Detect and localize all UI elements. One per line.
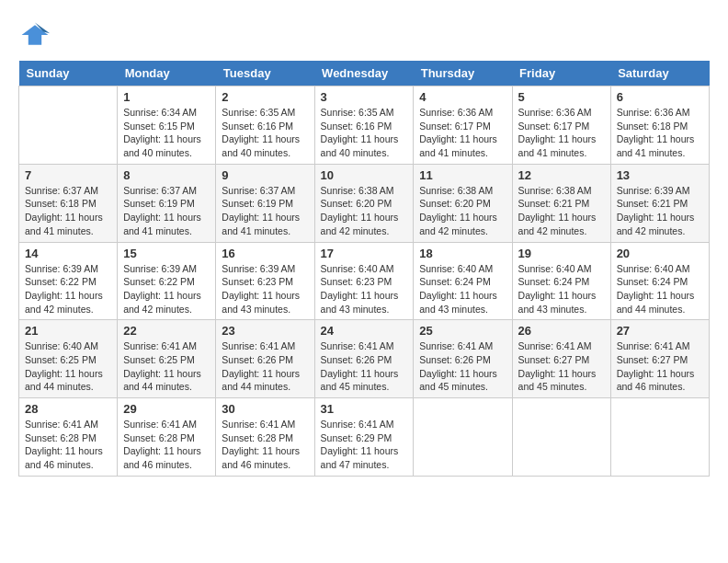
calendar-week-row: 21Sunrise: 6:40 AM Sunset: 6:25 PM Dayli… [19, 320, 710, 398]
calendar-cell: 31Sunrise: 6:41 AM Sunset: 6:29 PM Dayli… [314, 398, 414, 477]
logo [18, 18, 55, 52]
calendar-cell: 26Sunrise: 6:41 AM Sunset: 6:27 PM Dayli… [512, 320, 610, 398]
day-info: Sunrise: 6:40 AM Sunset: 6:25 PM Dayligh… [25, 339, 111, 394]
day-number: 23 [222, 324, 308, 338]
calendar-cell: 3Sunrise: 6:35 AM Sunset: 6:16 PM Daylig… [314, 86, 414, 165]
calendar-cell: 6Sunrise: 6:36 AM Sunset: 6:18 PM Daylig… [610, 86, 709, 165]
day-info: Sunrise: 6:41 AM Sunset: 6:28 PM Dayligh… [123, 418, 210, 472]
calendar-cell: 16Sunrise: 6:39 AM Sunset: 6:23 PM Dayli… [216, 242, 314, 320]
day-number: 10 [321, 168, 408, 182]
calendar-cell: 20Sunrise: 6:40 AM Sunset: 6:24 PM Dayli… [610, 242, 709, 320]
day-number: 11 [419, 168, 506, 182]
calendar-cell: 24Sunrise: 6:41 AM Sunset: 6:26 PM Dayli… [314, 320, 414, 398]
day-info: Sunrise: 6:37 AM Sunset: 6:19 PM Dayligh… [222, 184, 308, 238]
calendar-week-row: 14Sunrise: 6:39 AM Sunset: 6:22 PM Dayli… [19, 242, 710, 320]
calendar-week-row: 7Sunrise: 6:37 AM Sunset: 6:18 PM Daylig… [19, 164, 710, 242]
calendar-cell: 18Sunrise: 6:40 AM Sunset: 6:24 PM Dayli… [414, 242, 512, 320]
weekday-header: Friday [512, 61, 610, 86]
calendar-cell [19, 86, 118, 165]
day-info: Sunrise: 6:41 AM Sunset: 6:26 PM Dayligh… [321, 339, 408, 394]
calendar-cell [414, 398, 512, 477]
day-info: Sunrise: 6:39 AM Sunset: 6:21 PM Dayligh… [617, 184, 703, 238]
day-number: 28 [25, 402, 111, 416]
day-number: 15 [123, 247, 210, 260]
page-header [18, 18, 710, 52]
day-info: Sunrise: 6:40 AM Sunset: 6:24 PM Dayligh… [419, 262, 506, 316]
day-number: 4 [419, 90, 506, 104]
day-info: Sunrise: 6:38 AM Sunset: 6:21 PM Dayligh… [518, 184, 605, 238]
day-number: 20 [617, 247, 703, 260]
day-number: 26 [518, 324, 605, 338]
calendar-cell: 13Sunrise: 6:39 AM Sunset: 6:21 PM Dayli… [610, 164, 709, 242]
calendar-cell: 7Sunrise: 6:37 AM Sunset: 6:18 PM Daylig… [19, 164, 118, 242]
calendar-cell [512, 398, 610, 477]
weekday-header: Wednesday [314, 61, 414, 86]
day-info: Sunrise: 6:40 AM Sunset: 6:24 PM Dayligh… [518, 262, 605, 316]
calendar-cell: 27Sunrise: 6:41 AM Sunset: 6:27 PM Dayli… [610, 320, 709, 398]
calendar-cell: 17Sunrise: 6:40 AM Sunset: 6:23 PM Dayli… [314, 242, 414, 320]
day-number: 6 [617, 90, 703, 104]
day-info: Sunrise: 6:41 AM Sunset: 6:28 PM Dayligh… [222, 418, 308, 472]
day-number: 8 [123, 168, 210, 182]
weekday-header: Sunday [19, 61, 118, 86]
calendar-header-row: SundayMondayTuesdayWednesdayThursdayFrid… [19, 61, 710, 86]
day-info: Sunrise: 6:34 AM Sunset: 6:15 PM Dayligh… [123, 106, 210, 160]
calendar-cell: 12Sunrise: 6:38 AM Sunset: 6:21 PM Dayli… [512, 164, 610, 242]
day-number: 2 [222, 90, 308, 104]
day-number: 12 [518, 168, 605, 182]
day-info: Sunrise: 6:35 AM Sunset: 6:16 PM Dayligh… [321, 106, 408, 160]
day-info: Sunrise: 6:41 AM Sunset: 6:25 PM Dayligh… [123, 339, 210, 394]
day-number: 27 [617, 324, 703, 338]
calendar-cell: 29Sunrise: 6:41 AM Sunset: 6:28 PM Dayli… [118, 398, 216, 477]
calendar-cell: 2Sunrise: 6:35 AM Sunset: 6:16 PM Daylig… [216, 86, 314, 165]
day-info: Sunrise: 6:38 AM Sunset: 6:20 PM Dayligh… [419, 184, 506, 238]
svg-marker-0 [22, 25, 49, 45]
calendar-cell: 14Sunrise: 6:39 AM Sunset: 6:22 PM Dayli… [19, 242, 118, 320]
calendar-cell: 15Sunrise: 6:39 AM Sunset: 6:22 PM Dayli… [118, 242, 216, 320]
calendar-cell: 1Sunrise: 6:34 AM Sunset: 6:15 PM Daylig… [118, 86, 216, 165]
calendar-cell: 28Sunrise: 6:41 AM Sunset: 6:28 PM Dayli… [19, 398, 118, 477]
day-info: Sunrise: 6:41 AM Sunset: 6:29 PM Dayligh… [321, 418, 408, 472]
day-info: Sunrise: 6:39 AM Sunset: 6:22 PM Dayligh… [25, 262, 111, 316]
weekday-header: Thursday [414, 61, 512, 86]
calendar-cell [610, 398, 709, 477]
calendar-cell: 19Sunrise: 6:40 AM Sunset: 6:24 PM Dayli… [512, 242, 610, 320]
day-info: Sunrise: 6:39 AM Sunset: 6:22 PM Dayligh… [123, 262, 210, 316]
day-number: 14 [25, 247, 111, 260]
day-number: 7 [25, 168, 111, 182]
day-number: 21 [25, 324, 111, 338]
calendar-cell: 9Sunrise: 6:37 AM Sunset: 6:19 PM Daylig… [216, 164, 314, 242]
calendar-cell: 23Sunrise: 6:41 AM Sunset: 6:26 PM Dayli… [216, 320, 314, 398]
calendar-cell: 10Sunrise: 6:38 AM Sunset: 6:20 PM Dayli… [314, 164, 414, 242]
day-info: Sunrise: 6:37 AM Sunset: 6:18 PM Dayligh… [25, 184, 111, 238]
day-number: 16 [222, 247, 308, 260]
calendar-cell: 25Sunrise: 6:41 AM Sunset: 6:26 PM Dayli… [414, 320, 512, 398]
day-info: Sunrise: 6:35 AM Sunset: 6:16 PM Dayligh… [222, 106, 308, 160]
calendar-cell: 30Sunrise: 6:41 AM Sunset: 6:28 PM Dayli… [216, 398, 314, 477]
day-info: Sunrise: 6:40 AM Sunset: 6:24 PM Dayligh… [617, 262, 703, 316]
day-info: Sunrise: 6:41 AM Sunset: 6:27 PM Dayligh… [617, 339, 703, 394]
day-number: 25 [419, 324, 506, 338]
day-number: 18 [419, 247, 506, 260]
day-number: 22 [123, 324, 210, 338]
weekday-header: Tuesday [216, 61, 314, 86]
day-info: Sunrise: 6:37 AM Sunset: 6:19 PM Dayligh… [123, 184, 210, 238]
calendar-table: SundayMondayTuesdayWednesdayThursdayFrid… [18, 61, 710, 477]
day-number: 1 [123, 90, 210, 104]
day-info: Sunrise: 6:41 AM Sunset: 6:27 PM Dayligh… [518, 339, 605, 394]
day-number: 19 [518, 247, 605, 260]
calendar-cell: 21Sunrise: 6:40 AM Sunset: 6:25 PM Dayli… [19, 320, 118, 398]
day-info: Sunrise: 6:36 AM Sunset: 6:18 PM Dayligh… [617, 106, 703, 160]
day-info: Sunrise: 6:41 AM Sunset: 6:28 PM Dayligh… [25, 418, 111, 472]
day-number: 30 [222, 402, 308, 416]
day-number: 31 [321, 402, 408, 416]
day-number: 17 [321, 247, 408, 260]
day-number: 29 [123, 402, 210, 416]
day-info: Sunrise: 6:36 AM Sunset: 6:17 PM Dayligh… [419, 106, 506, 160]
day-number: 5 [518, 90, 605, 104]
day-number: 9 [222, 168, 308, 182]
day-number: 3 [321, 90, 408, 104]
day-info: Sunrise: 6:40 AM Sunset: 6:23 PM Dayligh… [321, 262, 408, 316]
calendar-cell: 11Sunrise: 6:38 AM Sunset: 6:20 PM Dayli… [414, 164, 512, 242]
day-info: Sunrise: 6:38 AM Sunset: 6:20 PM Dayligh… [321, 184, 408, 238]
